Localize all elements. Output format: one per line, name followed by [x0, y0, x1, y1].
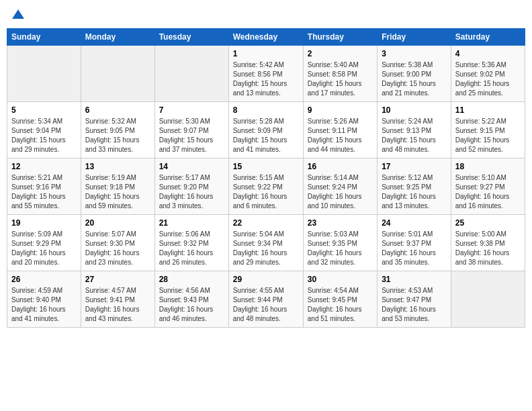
day-info: Sunrise: 5:17 AM Sunset: 9:20 PM Dayligh…	[159, 173, 224, 211]
day-number: 27	[85, 275, 150, 284]
day-info: Sunrise: 5:07 AM Sunset: 9:30 PM Dayligh…	[85, 230, 150, 267]
day-info: Sunrise: 5:38 AM Sunset: 9:00 PM Dayligh…	[382, 60, 447, 98]
day-number: 2	[308, 49, 373, 58]
table-row	[81, 46, 154, 102]
day-info: Sunrise: 5:06 AM Sunset: 9:32 PM Dayligh…	[159, 230, 224, 267]
table-row: 19Sunrise: 5:09 AM Sunset: 9:29 PM Dayli…	[7, 215, 81, 271]
day-number: 17	[382, 162, 447, 171]
day-info: Sunrise: 5:15 AM Sunset: 9:22 PM Dayligh…	[233, 173, 299, 211]
day-number: 5	[11, 105, 77, 115]
day-info: Sunrise: 5:14 AM Sunset: 9:24 PM Dayligh…	[308, 173, 373, 211]
table-row: 18Sunrise: 5:10 AM Sunset: 9:27 PM Dayli…	[451, 158, 525, 215]
day-info: Sunrise: 5:34 AM Sunset: 9:04 PM Dayligh…	[11, 117, 77, 154]
day-number: 1	[233, 49, 299, 58]
table-row: 21Sunrise: 5:06 AM Sunset: 9:32 PM Dayli…	[154, 215, 228, 271]
day-info: Sunrise: 5:04 AM Sunset: 9:34 PM Dayligh…	[233, 230, 299, 267]
page-header	[7, 7, 525, 23]
svg-marker-0	[12, 9, 24, 19]
day-info: Sunrise: 5:28 AM Sunset: 9:09 PM Dayligh…	[233, 117, 299, 154]
table-row	[451, 271, 525, 328]
table-row: 5Sunrise: 5:34 AM Sunset: 9:04 PM Daylig…	[7, 102, 81, 158]
header-saturday: Saturday	[451, 29, 525, 46]
day-info: Sunrise: 5:24 AM Sunset: 9:13 PM Dayligh…	[382, 117, 447, 154]
day-number: 22	[233, 218, 299, 228]
table-row: 17Sunrise: 5:12 AM Sunset: 9:25 PM Dayli…	[378, 158, 451, 215]
table-row: 24Sunrise: 5:01 AM Sunset: 9:37 PM Dayli…	[378, 215, 451, 271]
table-row: 23Sunrise: 5:03 AM Sunset: 9:35 PM Dayli…	[303, 215, 377, 271]
day-number: 20	[85, 218, 150, 228]
day-info: Sunrise: 4:57 AM Sunset: 9:41 PM Dayligh…	[85, 286, 150, 324]
day-number: 9	[308, 105, 373, 115]
day-number: 10	[382, 105, 447, 115]
day-number: 6	[85, 105, 150, 115]
day-info: Sunrise: 4:53 AM Sunset: 9:47 PM Dayligh…	[382, 286, 447, 324]
day-info: Sunrise: 5:30 AM Sunset: 9:07 PM Dayligh…	[159, 117, 224, 154]
table-row: 10Sunrise: 5:24 AM Sunset: 9:13 PM Dayli…	[378, 102, 451, 158]
header-sunday: Sunday	[7, 29, 81, 46]
table-row: 7Sunrise: 5:30 AM Sunset: 9:07 PM Daylig…	[154, 102, 228, 158]
logo-triangle-icon	[12, 8, 24, 20]
day-info: Sunrise: 4:54 AM Sunset: 9:45 PM Dayligh…	[308, 286, 373, 324]
day-info: Sunrise: 4:56 AM Sunset: 9:43 PM Dayligh…	[159, 286, 224, 324]
table-row: 27Sunrise: 4:57 AM Sunset: 9:41 PM Dayli…	[81, 271, 154, 328]
header-thursday: Thursday	[303, 29, 377, 46]
calendar-table: Sunday Monday Tuesday Wednesday Thursday…	[7, 28, 525, 328]
calendar-body: 1Sunrise: 5:42 AM Sunset: 8:56 PM Daylig…	[7, 46, 525, 328]
table-row: 28Sunrise: 4:56 AM Sunset: 9:43 PM Dayli…	[154, 271, 228, 328]
day-number: 11	[455, 105, 521, 115]
day-number: 12	[11, 162, 77, 171]
day-info: Sunrise: 5:09 AM Sunset: 9:29 PM Dayligh…	[11, 230, 77, 267]
day-info: Sunrise: 5:19 AM Sunset: 9:18 PM Dayligh…	[85, 173, 150, 211]
day-info: Sunrise: 5:32 AM Sunset: 9:05 PM Dayligh…	[85, 117, 150, 154]
table-row: 20Sunrise: 5:07 AM Sunset: 9:30 PM Dayli…	[81, 215, 154, 271]
day-number: 13	[85, 162, 150, 171]
day-number: 29	[233, 275, 299, 284]
day-info: Sunrise: 5:21 AM Sunset: 9:16 PM Dayligh…	[11, 173, 77, 211]
table-row: 31Sunrise: 4:53 AM Sunset: 9:47 PM Dayli…	[378, 271, 451, 328]
table-row: 22Sunrise: 5:04 AM Sunset: 9:34 PM Dayli…	[228, 215, 303, 271]
table-row: 16Sunrise: 5:14 AM Sunset: 9:24 PM Dayli…	[303, 158, 377, 215]
day-number: 23	[308, 218, 373, 228]
table-row	[7, 46, 81, 102]
table-row: 15Sunrise: 5:15 AM Sunset: 9:22 PM Dayli…	[228, 158, 303, 215]
table-row: 1Sunrise: 5:42 AM Sunset: 8:56 PM Daylig…	[228, 46, 303, 102]
table-row: 12Sunrise: 5:21 AM Sunset: 9:16 PM Dayli…	[7, 158, 81, 215]
table-row: 29Sunrise: 4:55 AM Sunset: 9:44 PM Dayli…	[228, 271, 303, 328]
day-number: 7	[159, 105, 224, 115]
day-number: 14	[159, 162, 224, 171]
day-info: Sunrise: 4:55 AM Sunset: 9:44 PM Dayligh…	[233, 286, 299, 324]
day-number: 3	[382, 49, 447, 58]
day-number: 24	[382, 218, 447, 228]
day-info: Sunrise: 5:03 AM Sunset: 9:35 PM Dayligh…	[308, 230, 373, 267]
day-number: 25	[455, 218, 521, 228]
table-row: 14Sunrise: 5:17 AM Sunset: 9:20 PM Dayli…	[154, 158, 228, 215]
day-info: Sunrise: 5:22 AM Sunset: 9:15 PM Dayligh…	[455, 117, 521, 154]
day-info: Sunrise: 5:42 AM Sunset: 8:56 PM Dayligh…	[233, 60, 299, 98]
calendar-header: Sunday Monday Tuesday Wednesday Thursday…	[7, 29, 525, 46]
day-number: 8	[233, 105, 299, 115]
table-row	[154, 46, 228, 102]
day-info: Sunrise: 5:40 AM Sunset: 8:58 PM Dayligh…	[308, 60, 373, 98]
day-info: Sunrise: 5:26 AM Sunset: 9:11 PM Dayligh…	[308, 117, 373, 154]
day-info: Sunrise: 5:36 AM Sunset: 9:02 PM Dayligh…	[455, 60, 521, 98]
header-friday: Friday	[378, 29, 451, 46]
day-info: Sunrise: 5:00 AM Sunset: 9:38 PM Dayligh…	[455, 230, 521, 267]
day-number: 16	[308, 162, 373, 171]
day-number: 28	[159, 275, 224, 284]
day-info: Sunrise: 5:10 AM Sunset: 9:27 PM Dayligh…	[455, 173, 521, 211]
day-number: 19	[11, 218, 77, 228]
table-row: 8Sunrise: 5:28 AM Sunset: 9:09 PM Daylig…	[228, 102, 303, 158]
table-row: 4Sunrise: 5:36 AM Sunset: 9:02 PM Daylig…	[451, 46, 525, 102]
table-row: 26Sunrise: 4:59 AM Sunset: 9:40 PM Dayli…	[7, 271, 81, 328]
day-info: Sunrise: 5:01 AM Sunset: 9:37 PM Dayligh…	[382, 230, 447, 267]
table-row: 25Sunrise: 5:00 AM Sunset: 9:38 PM Dayli…	[451, 215, 525, 271]
day-number: 18	[455, 162, 521, 171]
header-tuesday: Tuesday	[154, 29, 228, 46]
day-info: Sunrise: 4:59 AM Sunset: 9:40 PM Dayligh…	[11, 286, 77, 324]
table-row: 30Sunrise: 4:54 AM Sunset: 9:45 PM Dayli…	[303, 271, 377, 328]
table-row: 9Sunrise: 5:26 AM Sunset: 9:11 PM Daylig…	[303, 102, 377, 158]
day-number: 30	[308, 275, 373, 284]
day-number: 4	[455, 49, 521, 58]
table-row: 2Sunrise: 5:40 AM Sunset: 8:58 PM Daylig…	[303, 46, 377, 102]
table-row: 11Sunrise: 5:22 AM Sunset: 9:15 PM Dayli…	[451, 102, 525, 158]
